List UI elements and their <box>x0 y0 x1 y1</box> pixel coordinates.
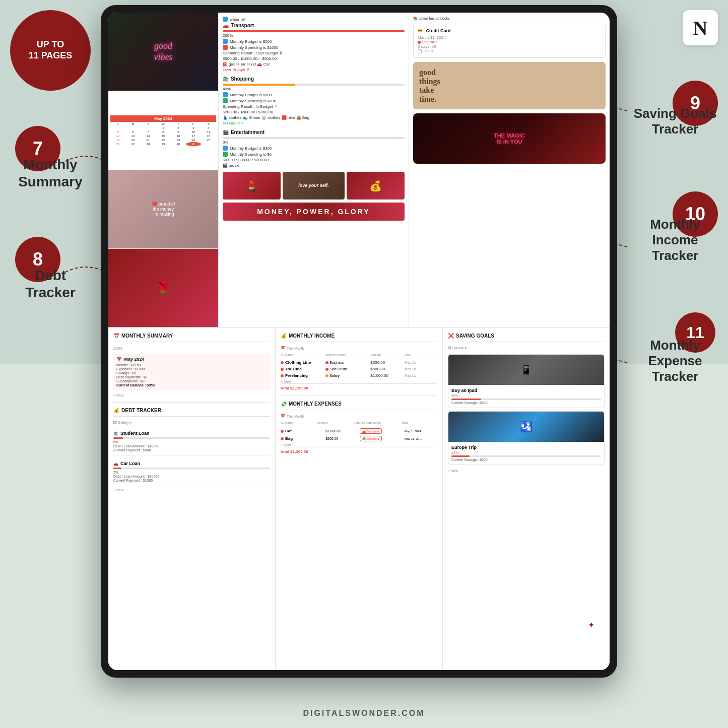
screen-top-section: goodvibes May 2024 S M T W T F S <box>108 13 610 328</box>
ipad-saving-item: 📱 Buy an Ipad 20% Current Savings : $500 <box>448 354 605 408</box>
student-loan-fill <box>113 437 123 439</box>
transport-amounts: $500.00 / $1000.00 / -$500.00 <box>223 56 405 61</box>
lips-icon: 💄 <box>245 180 258 192</box>
credit-card-title: 💳 Credit Card <box>418 28 601 33</box>
clothing-source-dot <box>325 361 328 364</box>
water-icon <box>223 17 228 22</box>
europe-saving-item: 🛂 Europe Trip 12% Current Savings : $600 <box>448 411 605 465</box>
freelancing-name: Freelancing <box>281 373 324 378</box>
add-new-summary[interactable]: + New <box>113 393 270 397</box>
car-icon: 🚗 <box>113 461 118 466</box>
paid-checkbox[interactable] <box>418 49 422 53</box>
expense-this-month: 📅 This Month <box>281 414 437 418</box>
shopping-tag: 🛍️ Shopping <box>360 436 382 441</box>
car-expense-date: May 1, 2024 <box>405 430 437 433</box>
up-to-badge: UP TO 11 PAGES <box>10 10 91 91</box>
saving-goals-tracker-label: Saving Goals Tracker <box>625 106 725 137</box>
youtube-source: Side Hustle <box>325 367 369 371</box>
shopping-amounts: $200.00 / $500.00 / $300.00 <box>223 110 405 114</box>
insp-love-img: love your self. <box>283 172 345 200</box>
add-new-saving[interactable]: + New <box>448 469 605 473</box>
transport-result-row: Spending Result : Over Budget ✗ <box>223 51 405 55</box>
transport-over-budget: Over Budget ✗ <box>223 68 405 72</box>
may-name: 📅 May 2024 <box>116 357 267 362</box>
expense-total-row: total $1,200.00 <box>281 447 437 454</box>
entertainment-progress-container <box>223 137 405 139</box>
left-images-strip: goodvibes May 2024 S M T W T F S <box>108 13 219 327</box>
car-expense-amount: $1,000.00 <box>325 429 358 433</box>
income-row-1: Clothing Line Business $650.00 May 11 <box>281 360 437 365</box>
ent-spending-icon <box>223 152 228 157</box>
europe-saving-info: Europe Trip 12% Current Savings : $600 <box>448 442 604 465</box>
credit-card-section: 💳 Credit Card March 31, 2024 Overdue 0 d… <box>413 24 606 58</box>
may-2024-entry: 📅 May 2024 Income : $2150 Expenses : $12… <box>113 354 270 390</box>
footer: DIGITALSWONDER.COM <box>0 709 728 718</box>
shopping-budget-icon <box>223 92 228 97</box>
ipad-saving-image: 📱 <box>448 355 604 385</box>
up-to-text: UP TO 11 PAGES <box>29 39 73 61</box>
bag-expense-date: May 11, 20... <box>405 437 437 440</box>
entertainment-icon: 🎬 <box>223 129 229 135</box>
bag-expense-dot <box>281 437 284 440</box>
screen-bottom-section: 📅 MONTHLY SUMMARY 2024 📅 May 2024 Income… <box>108 328 610 670</box>
magic-card: THE MAGICIS IN YOU <box>413 113 606 164</box>
entertainment-title: 🎬 Entertainment <box>223 129 405 135</box>
left-panel: UP TO 11 PAGES 7 Monthly Summary 8 Debt … <box>0 0 111 728</box>
ipad-saving-info: Buy an Ipad 20% Current Savings : $500 <box>448 385 604 408</box>
monthly-summary-header: 📅 MONTHLY SUMMARY <box>113 333 270 342</box>
monthly-income-header: 💰 MONTHLY INCOME <box>281 333 437 342</box>
ipad-icon: 📱 <box>520 364 533 376</box>
car-expense-category: 🚗 Transport <box>360 428 404 434</box>
shopping-title: 🛍️ Shopping <box>223 76 405 82</box>
credit-card-icon: 💳 <box>418 29 423 33</box>
sparkle-decoration: ✦ <box>588 620 594 630</box>
saving-goals-header: ❌ SAVING GOALS <box>448 333 605 342</box>
add-new-expense[interactable]: + New <box>281 443 437 447</box>
love-yourself-text: love your self. <box>298 183 329 188</box>
passport-icon: 🛂 <box>520 421 533 433</box>
youtube-name: YouTube <box>281 367 324 371</box>
income-detail: Income : $2150 <box>116 363 267 367</box>
saving-goals-col: ❌ SAVING GOALS 🖼 Gallery ▾ 📱 Buy an Ipad… <box>443 328 610 670</box>
entertainment-pct: 0% <box>223 140 405 145</box>
shopping-spending-row: Monthly Spending is $200 <box>223 98 405 103</box>
balance-detail: Current Balance : $958 <box>116 383 267 387</box>
summary-divider <box>113 402 270 403</box>
income-row-2: YouTube Side Hustle $500.00 May 16 <box>281 367 437 371</box>
shopping-in-budget: In Budget ✓ <box>223 121 405 125</box>
car-loan-rate: 5% <box>113 471 270 474</box>
student-loan-rate: 6% <box>113 440 270 444</box>
add-new-income[interactable]: + New <box>281 380 437 383</box>
expense-row-1: Car $1,000.00 🚗 Transport May 1, 2024 <box>281 428 437 434</box>
add-new-debt[interactable]: + New <box>113 488 270 492</box>
transport-spending-icon <box>223 45 228 50</box>
heart-text: ❤️ proud ofthe moneyI'm making <box>150 200 177 219</box>
shopping-result-row: Spending Result : In Budget ✓ <box>223 104 405 109</box>
car-loan-name: 🚗 Car Loan <box>113 461 270 466</box>
shopping-budget-row: Monthly Budget is $500 <box>223 92 405 97</box>
ipad-progress-bar <box>451 399 601 400</box>
ipad-saving-name: Buy an Ipad <box>451 388 601 393</box>
student-loan-progress-bar <box>113 437 270 439</box>
cal-expense-icon: 📅 <box>281 414 285 418</box>
saving-icon: ❌ <box>448 333 454 339</box>
shopping-spending-icon <box>223 98 228 103</box>
footer-text: DIGITALSWONDER.COM <box>303 709 425 717</box>
clothing-amount: $650.00 <box>370 360 403 365</box>
income-table-headers: Au Name Income Source Amount Date <box>281 353 437 358</box>
water-bill-row: water bill <box>223 17 405 22</box>
transport-budget-row: Monthly Budget is $500 <box>223 39 405 44</box>
transport-section: 🚗 Transport 200% Monthly Budget is $500 <box>223 23 405 72</box>
expense-table-headers: Au Name Amount Expense Categories Date <box>281 421 437 426</box>
ent-budget-icon <box>223 146 228 151</box>
transport-spending-row: Monthly Spending is $1000 <box>223 45 405 50</box>
ipad-savings-text: Current Savings : $500 <box>451 401 601 405</box>
calendar-this-month-icon: 📅 <box>281 346 285 350</box>
notion-icon[interactable]: N <box>683 10 718 45</box>
subscriptions-detail: Subscriptions : $0 <box>116 379 267 383</box>
shopping-icon: 🛍️ <box>223 76 229 82</box>
expenses-detail: Expenses : $1200 <box>116 367 267 371</box>
student-loan-entry: 🏦 Student Loan 6% Debt / Loan Amount : $… <box>113 428 270 456</box>
calendar-icon-sm: 📅 <box>113 333 119 339</box>
middle-tracker-col: 💰 MONTHLY INCOME 📅 This Month Au Name In… <box>276 328 443 670</box>
